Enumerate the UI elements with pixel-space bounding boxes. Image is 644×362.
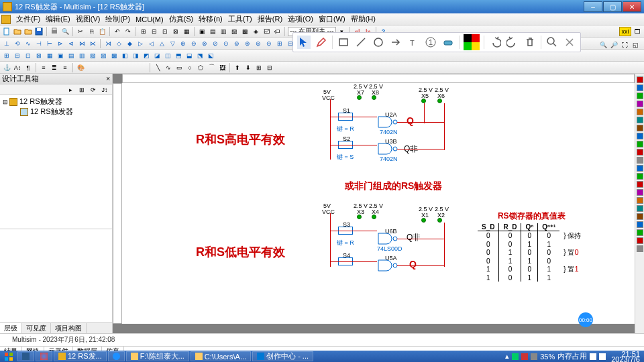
- instrument-15[interactable]: [637, 197, 643, 204]
- sidebar-close[interactable]: ×: [106, 75, 110, 82]
- undo-big[interactable]: [488, 36, 502, 49]
- instrument-16[interactable]: [637, 205, 643, 212]
- instrument-9[interactable]: [637, 149, 643, 156]
- instr-btn-10[interactable]: ▩: [109, 51, 119, 60]
- minimize-button[interactable]: –: [584, 1, 602, 12]
- pointer-tool[interactable]: [297, 36, 311, 49]
- annotation-toolbar[interactable]: T 1: [292, 32, 581, 52]
- sizes-button[interactable]: A↕: [13, 63, 22, 72]
- menu-reports[interactable]: 报告(R): [255, 14, 285, 24]
- instr-btn-16[interactable]: ⬒: [174, 51, 183, 60]
- instr-btn-18[interactable]: ⬔: [195, 51, 205, 60]
- component-btn-16[interactable]: ⊕: [178, 39, 188, 48]
- zoom-sel-icon[interactable]: ◱: [631, 40, 640, 50]
- component-btn-7[interactable]: ⋈: [77, 39, 87, 48]
- component-btn-1[interactable]: ⟲: [13, 39, 22, 48]
- instr-btn-2[interactable]: ⊡: [23, 51, 33, 60]
- undo-button[interactable]: ↶: [113, 27, 122, 36]
- component-btn-8[interactable]: ⋉: [88, 39, 97, 48]
- print-button[interactable]: [50, 27, 59, 36]
- menu-file[interactable]: 文件(F): [13, 14, 43, 24]
- instrument-7[interactable]: [637, 133, 643, 139]
- instrument-6[interactable]: [637, 125, 643, 131]
- zoom-in-icon[interactable]: 🔍: [598, 40, 608, 50]
- tb-a[interactable]: ⊞: [139, 27, 148, 36]
- instr-btn-5[interactable]: ▣: [56, 51, 65, 60]
- instr-btn-13[interactable]: ◩: [142, 51, 151, 60]
- zoom-button[interactable]: [545, 36, 559, 49]
- new-button[interactable]: [2, 27, 11, 36]
- menu-edit[interactable]: 编辑(E): [43, 14, 73, 24]
- menu-help[interactable]: 帮助(H): [348, 14, 378, 24]
- align-r[interactable]: ≡: [60, 63, 70, 72]
- save-button[interactable]: [34, 27, 44, 36]
- instr-btn-17[interactable]: ⬓: [184, 51, 194, 60]
- strip-a[interactable]: ▸: [66, 85, 75, 95]
- instrument-13[interactable]: [637, 181, 643, 188]
- tree-root[interactable]: ⊟ 12 RS触发器: [1, 97, 111, 107]
- tab-hierarchy[interactable]: 层级: [0, 323, 22, 333]
- instr-btn-3[interactable]: ⊠: [34, 51, 44, 60]
- text-tool[interactable]: T: [407, 36, 420, 49]
- instr-btn-11[interactable]: ◧: [120, 51, 129, 60]
- design-tree[interactable]: ⊟ 12 RS触发器 12 RS触发器: [0, 95, 112, 229]
- order-b[interactable]: ⬇: [244, 63, 253, 72]
- component-btn-23[interactable]: ⊜: [254, 39, 263, 48]
- trash-button[interactable]: [523, 36, 537, 49]
- component-btn-20[interactable]: ⊙: [221, 39, 231, 48]
- shape-poly[interactable]: ⬠: [196, 63, 205, 72]
- tb-j[interactable]: ▩: [240, 27, 250, 36]
- instr-btn-15[interactable]: ◫: [163, 51, 172, 60]
- instrument-14[interactable]: [637, 189, 643, 196]
- menu-mcu[interactable]: MCU(M): [133, 15, 166, 23]
- tray-icon[interactable]: [531, 353, 537, 360]
- tb-f[interactable]: ▣: [197, 27, 207, 36]
- ungroup[interactable]: ⊟: [265, 63, 274, 72]
- timer-badge[interactable]: 00:00: [578, 312, 593, 327]
- instrument-17[interactable]: [637, 213, 643, 220]
- task-edge[interactable]: 创作中心 - ...: [252, 351, 313, 361]
- shape-arc[interactable]: ⌒: [207, 63, 216, 72]
- tb-g[interactable]: ▤: [208, 27, 217, 36]
- shape-img[interactable]: 🖼: [217, 63, 227, 72]
- task-app1[interactable]: [17, 351, 34, 361]
- instrument-8[interactable]: [637, 141, 643, 147]
- shape-line[interactable]: ╲: [153, 63, 162, 72]
- instr-btn-19[interactable]: ⬕: [206, 51, 215, 60]
- strip-b[interactable]: ⊞: [77, 85, 87, 95]
- paste-button[interactable]: 📋: [97, 27, 107, 36]
- instrument-11[interactable]: [637, 165, 643, 172]
- eraser-tool[interactable]: [441, 36, 455, 49]
- instrument-3[interactable]: [637, 101, 643, 107]
- menu-simulate[interactable]: 仿真(S): [166, 14, 197, 24]
- tb-m[interactable]: 🏷: [272, 27, 282, 36]
- ext-1[interactable]: xxi: [619, 27, 631, 36]
- instrument-19[interactable]: [637, 229, 643, 236]
- strip-d[interactable]: J↕: [100, 85, 109, 95]
- maximize-button[interactable]: ▢: [603, 1, 622, 12]
- component-btn-14[interactable]: △: [157, 39, 166, 48]
- instrument-0[interactable]: [637, 76, 643, 83]
- para-button[interactable]: ¶: [23, 63, 33, 72]
- start-button[interactable]: [1, 351, 16, 361]
- instr-btn-8[interactable]: ▧: [88, 51, 97, 60]
- component-btn-10[interactable]: ◇: [114, 39, 123, 48]
- instrument-10[interactable]: [637, 157, 643, 164]
- instr-btn-12[interactable]: ◨: [131, 51, 140, 60]
- tray-up-icon[interactable]: ▴: [505, 352, 509, 361]
- component-btn-15[interactable]: ▽: [168, 39, 177, 48]
- component-btn-19[interactable]: ⊘: [211, 39, 220, 48]
- component-btn-0[interactable]: ⊥: [2, 39, 11, 48]
- instrument-12[interactable]: [637, 173, 643, 180]
- instr-btn-6[interactable]: ▤: [66, 51, 76, 60]
- schematic-canvas[interactable]: R和S高电平有效 或非门组成的RS触发器 R和S低电平有效 5V VCC 2.5…: [122, 83, 635, 324]
- component-btn-6[interactable]: ⊲: [66, 39, 76, 48]
- component-btn-13[interactable]: ◁: [146, 39, 156, 48]
- component-btn-9[interactable]: ⋊: [103, 39, 113, 48]
- menu-options[interactable]: 选项(O): [285, 14, 316, 24]
- align-l[interactable]: ≡: [39, 63, 48, 72]
- rect-tool[interactable]: [337, 36, 350, 49]
- close-button[interactable]: ✕: [623, 1, 641, 12]
- tb-c[interactable]: ⊡: [160, 27, 170, 36]
- anchor-button[interactable]: ⚓: [2, 63, 11, 72]
